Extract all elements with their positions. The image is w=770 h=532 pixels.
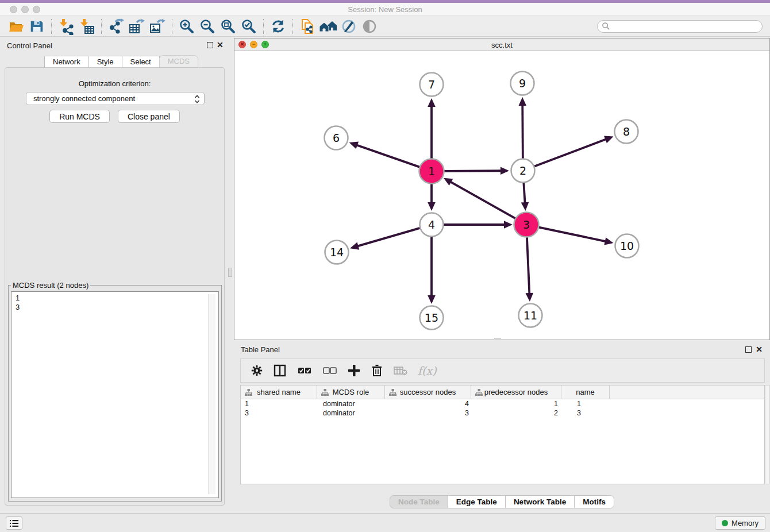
graph-edge-2-3[interactable] [523,182,525,203]
tab-edge-table[interactable]: Edge Table [448,495,506,508]
control-panel-float-button[interactable] [207,42,213,48]
graph-edge-arrowhead [518,97,526,106]
deselect-all-button[interactable] [322,364,337,377]
network-graph[interactable]: 7968124314101511 [234,51,769,340]
columns-icon [273,364,287,377]
task-history-button[interactable] [6,516,22,530]
toggle-graphics-details-button[interactable] [359,17,380,36]
graph-edge-2-9[interactable] [522,105,523,159]
graph-edge-1-2[interactable] [443,171,502,171]
search-icon [602,22,610,30]
hierarchy-icon [321,389,329,396]
window-resize-handle[interactable] [494,338,501,340]
add-column-button[interactable] [347,364,361,377]
column-header-mcds-role[interactable]: MCDS role [317,385,385,399]
zoom-selected-button[interactable] [238,17,259,36]
export-image-icon [149,18,166,35]
column-header-name[interactable]: name [561,385,610,399]
home-overview-button[interactable] [318,17,338,36]
import-network-button[interactable] [56,17,76,36]
tab-motifs[interactable]: Motifs [574,495,614,508]
panel-splitter-handle[interactable] [228,268,232,277]
control-panel-title: Control Panel [7,41,52,50]
graph-node-label: 3 [523,218,530,231]
graph-edge-arrowhead [428,98,436,107]
refresh-icon [270,18,286,34]
tab-network-table[interactable]: Network Table [505,495,575,508]
tab-network[interactable]: Network [44,56,89,68]
show-style-button[interactable] [338,17,359,36]
table-tabs: Node Table Edge Table Network Table Moti… [234,495,770,508]
graph-edge-arrowhead [500,167,509,175]
graph-edge-1-6[interactable] [356,145,421,167]
trash-icon [371,364,383,377]
search-field[interactable] [597,20,763,33]
zoom-in-icon [178,18,195,35]
table-settings-button[interactable] [251,364,263,377]
table-panel-close-button[interactable]: ✕ [756,345,763,353]
tab-style[interactable]: Style [88,56,122,68]
export-table-button[interactable] [126,17,147,36]
column-visibility-button[interactable] [273,364,287,377]
table-scrollbar[interactable] [765,385,770,484]
graph-edge-3-10[interactable] [538,227,606,241]
result-line: 3 [16,303,218,312]
graph-edge-3-1[interactable] [450,182,516,219]
save-icon [29,18,45,34]
function-builder-button[interactable]: f(x) [418,364,437,377]
control-panel-close-button[interactable]: ✕ [217,41,224,49]
import-table-button[interactable] [76,17,97,36]
column-header-successor-nodes[interactable]: successor nodes [385,385,471,399]
application-window: Session: New Session [0,0,770,532]
result-scrollbar[interactable] [208,294,215,494]
open-file-button[interactable] [6,17,26,36]
graph-edge-2-8[interactable] [534,139,607,167]
toolbar-separator [51,19,52,34]
optimization-criterion-dropdown[interactable]: strongly connected component [26,92,205,105]
result-line: 1 [16,294,218,303]
table-panel-float-button[interactable] [745,346,752,353]
save-session-button[interactable] [26,17,47,36]
tab-mcds[interactable]: MCDS [159,55,198,68]
mcds-result-text[interactable]: 1 3 [11,291,219,498]
select-all-button[interactable] [297,364,312,377]
graph-edge-arrowhead [350,242,359,250]
memory-label: Memory [732,519,759,527]
optimization-criterion-label: Optimization criterion: [5,79,224,88]
network-view-window: ✕ − + scc.txt 7968124314101511 [234,38,770,340]
apply-layout-button[interactable] [268,17,288,36]
delete-table-button[interactable] [393,365,408,376]
duplicate-network-icon [299,18,316,35]
graph-node-label: 8 [623,125,630,138]
graph-edge-arrowhead [349,141,359,149]
export-network-button[interactable] [106,17,126,36]
zoom-in-button[interactable] [176,17,197,36]
graph-edge-4-14[interactable] [357,228,421,246]
gear-icon [251,364,263,377]
column-header-shared-name[interactable]: shared name [241,385,317,399]
search-input[interactable] [610,22,762,30]
tab-node-table[interactable]: Node Table [390,495,448,508]
memory-button[interactable]: Memory [715,516,765,530]
fit-content-button[interactable] [218,17,238,36]
network-canvas[interactable]: 7968124314101511 [234,51,769,340]
run-mcds-button[interactable]: Run MCDS [49,110,110,123]
table-toolbar: f(x) [240,358,765,383]
graph-edge-3-11[interactable] [527,236,529,294]
export-image-button[interactable] [147,17,168,36]
toolbar-separator [263,19,264,34]
table-row[interactable]: 1 dominator 4 1 1 [241,399,764,408]
close-panel-button[interactable]: Close panel [118,110,180,123]
graph-edge-arrowhead [521,202,529,211]
delete-table-icon [393,365,408,376]
table-row[interactable]: 3 dominator 3 2 3 [241,408,764,418]
duplicate-network-button[interactable] [297,17,318,36]
tab-select[interactable]: Select [122,56,160,68]
zoom-out-button[interactable] [197,17,218,36]
graph-edge-arrowhead [604,136,613,143]
delete-column-button[interactable] [371,364,383,377]
network-window-titlebar[interactable]: ✕ − + scc.txt [234,38,769,51]
column-header-predecessor-nodes[interactable]: predecessor nodes [471,385,561,399]
status-bar: Memory [0,513,770,532]
import-table-icon [78,18,95,35]
